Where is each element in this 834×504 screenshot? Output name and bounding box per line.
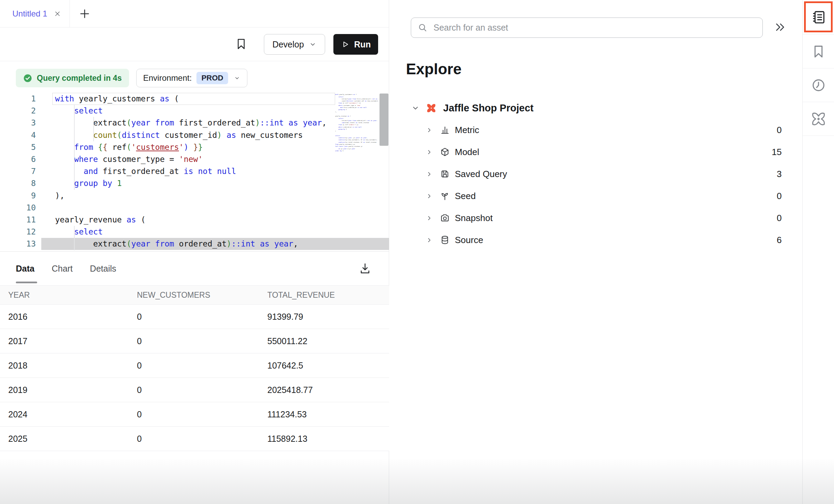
download-icon[interactable]: [359, 262, 372, 275]
table-cell: 0: [137, 385, 267, 395]
column-header: NEW_CUSTOMERS: [137, 291, 267, 300]
clock-icon: [811, 78, 826, 93]
sprout-icon: [440, 191, 450, 201]
table-cell: 2016: [8, 312, 137, 322]
tree-item-count: 15: [772, 147, 782, 157]
table-cell: 0: [137, 434, 267, 444]
tree-item-saved-query[interactable]: Saved Query3: [389, 163, 802, 185]
line-number: 13: [0, 238, 36, 250]
indent-guide: [74, 226, 75, 250]
tree-project-row[interactable]: Jaffle Shop Project: [389, 97, 802, 119]
table-cell: 2019: [8, 385, 137, 395]
table-row: 201902025418.77: [0, 378, 389, 402]
tree-item-count: 0: [777, 213, 782, 223]
environment-select[interactable]: Environment: PROD: [136, 69, 247, 87]
minimap[interactable]: with yearly_customers as ( select extrac…: [335, 94, 378, 251]
check-circle-icon: [23, 74, 32, 83]
chevron-right-icon[interactable]: [426, 215, 433, 222]
tab-untitled-1[interactable]: Untitled 1: [0, 0, 70, 27]
camera-icon: [440, 213, 450, 223]
tree-item-label: Metric: [455, 125, 479, 135]
code-editor[interactable]: 1with yearly_customers as (2 select3 ext…: [0, 93, 389, 251]
code-line[interactable]: 9),: [0, 190, 389, 202]
search-icon: [418, 23, 428, 33]
chevron-right-icon[interactable]: [426, 127, 433, 134]
tab-data[interactable]: Data: [16, 264, 34, 274]
line-number: 8: [0, 177, 36, 189]
rail-button-dbt-logo[interactable]: [803, 102, 834, 136]
line-number: 12: [0, 226, 36, 238]
search-input[interactable]: [433, 22, 756, 33]
chevron-right-icon[interactable]: [426, 193, 433, 200]
tab-chart[interactable]: Chart: [52, 264, 73, 274]
table-row: 2016091399.79: [0, 305, 389, 329]
code-line[interactable]: 8 group by 1: [0, 177, 389, 189]
code-line[interactable]: 12 select: [0, 226, 389, 238]
code-line[interactable]: 11yearly_revenue as (: [0, 214, 389, 226]
code-line[interactable]: 1with yearly_customers as (: [0, 93, 389, 105]
tree-item-count: 0: [777, 191, 782, 201]
tree-item-label: Source: [455, 235, 483, 245]
editor-scrollbar[interactable]: [379, 94, 388, 146]
explore-tree: Jaffle Shop Project Metric0Model15Saved …: [389, 97, 802, 251]
play-icon: [341, 40, 350, 49]
table-cell: 2018: [8, 361, 137, 371]
table-cell: 2024: [8, 409, 137, 419]
results-table: YEARNEW_CUSTOMERSTOTAL_REVENUE 201609139…: [0, 285, 389, 451]
table-row: 20250115892.13: [0, 427, 389, 451]
code-line[interactable]: 13 extract(year from ordered_at)::int as…: [0, 238, 389, 250]
tree-item-snapshot[interactable]: Snapshot0: [389, 207, 802, 229]
notebook-icon: [811, 10, 826, 25]
tree-item-model[interactable]: Model15: [389, 141, 802, 163]
develop-dropdown[interactable]: Develop: [264, 34, 325, 55]
code-line[interactable]: 3 extract(year from first_ordered_at)::i…: [0, 117, 389, 129]
chevron-right-icon[interactable]: [426, 149, 433, 156]
database-icon: [440, 235, 450, 245]
editor-panel: Untitled 1 Develop: [0, 0, 389, 504]
code-line[interactable]: 7 and first_ordered_at is not null: [0, 165, 389, 177]
code-text: where customer_type = 'new': [55, 153, 203, 165]
save-icon: [440, 169, 450, 179]
table-cell: 107642.5: [267, 361, 389, 371]
chevron-down-icon[interactable]: [411, 104, 419, 112]
code-line[interactable]: 2 select: [0, 105, 389, 117]
explore-panel: Explore Jaffle Shop Project Metric0Model…: [389, 0, 802, 504]
code-line[interactable]: 6 where customer_type = 'new': [0, 153, 389, 165]
tree-item-seed[interactable]: Seed0: [389, 185, 802, 207]
rail-button-clock[interactable]: [803, 68, 834, 102]
tab-label: Untitled 1: [12, 9, 47, 19]
chevron-right-icon[interactable]: [426, 171, 433, 178]
tab-details[interactable]: Details: [90, 264, 116, 274]
code-line[interactable]: 10: [0, 202, 389, 214]
environment-value-badge: PROD: [196, 72, 228, 84]
bookmark-icon[interactable]: [235, 37, 248, 51]
results-tab-bar: DataChartDetails: [0, 251, 389, 285]
right-rail: [802, 0, 834, 504]
run-button[interactable]: Run: [333, 34, 378, 55]
dbt-logo-icon: [811, 111, 826, 127]
tree-item-source[interactable]: Source6: [389, 229, 802, 251]
table-cell: 91399.79: [267, 312, 389, 322]
asset-search[interactable]: [411, 18, 763, 38]
double-chevron-right-icon[interactable]: [774, 21, 786, 33]
code-line[interactable]: 5 from {{ ref('customers') }}: [0, 141, 389, 153]
table-cell: 0: [137, 361, 267, 371]
rail-button-bookmark[interactable]: [803, 35, 834, 68]
indent-guide: [74, 105, 75, 189]
line-number: 1: [0, 93, 36, 105]
code-line[interactable]: 4 count(distinct customer_id) as new_cus…: [0, 129, 389, 141]
run-label: Run: [354, 40, 371, 50]
rail-button-notebook[interactable]: [803, 0, 834, 35]
code-text: ),: [55, 190, 65, 202]
table-row: 20180107642.5: [0, 353, 389, 378]
table-row: 20170550011.22: [0, 329, 389, 353]
new-tab-button[interactable]: [78, 8, 91, 20]
chevron-down-icon: [309, 41, 317, 48]
chevron-right-icon[interactable]: [426, 237, 433, 244]
column-header: YEAR: [8, 291, 137, 300]
line-number: 7: [0, 165, 36, 177]
tree-item-metric[interactable]: Metric0: [389, 119, 802, 141]
tree-item-label: Snapshot: [455, 213, 493, 223]
line-number: 6: [0, 153, 36, 165]
close-icon[interactable]: [54, 10, 61, 18]
